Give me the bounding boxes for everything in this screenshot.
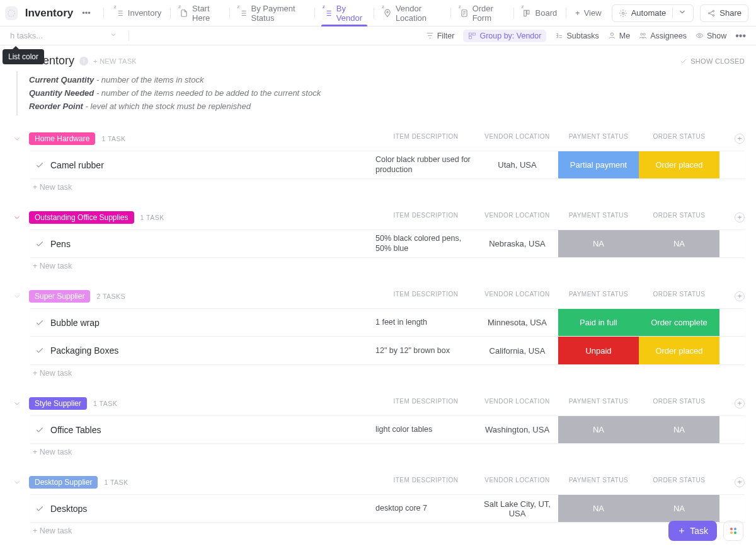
subtasks-label: Subtasks: [566, 32, 598, 40]
filter-button[interactable]: Filter: [426, 32, 455, 40]
vendor-chip[interactable]: Style Supplier: [29, 397, 87, 410]
cell-description: light color tables: [375, 416, 476, 443]
cell-payment-status[interactable]: Unpaid: [558, 337, 639, 364]
svg-point-15: [699, 35, 701, 37]
fab-new-task-button[interactable]: Task: [668, 521, 717, 541]
collapse-group-icon[interactable]: [11, 291, 23, 302]
tab-icon: [180, 9, 188, 18]
cell-order-status[interactable]: NA: [639, 416, 719, 443]
cell-description: 1 feet in length: [375, 309, 476, 336]
svg-point-13: [641, 33, 643, 35]
more-menu-icon[interactable]: •••: [79, 7, 93, 19]
svg-rect-9: [469, 33, 472, 35]
assignees-button[interactable]: Assignees: [639, 32, 687, 40]
task-row[interactable]: Bubble wrap 1 feet in length Minnesota, …: [30, 308, 745, 337]
tab-label: Order Form: [472, 4, 505, 23]
new-task-button[interactable]: + New task: [11, 365, 745, 378]
check-icon[interactable]: [30, 346, 49, 355]
task-row[interactable]: Packaging Boxes 12" by 12" brown box Cal…: [30, 337, 745, 365]
col-header-description: ITEM DESCRIPTION: [375, 291, 476, 298]
new-task-button[interactable]: + New task: [11, 179, 745, 192]
task-row[interactable]: Camel rubber Color black rubber used for…: [30, 151, 745, 179]
cell-order-status[interactable]: Order placed: [639, 151, 719, 178]
cell-location: Washington, USA: [476, 416, 558, 443]
new-task-inline-button[interactable]: + NEW TASK: [93, 57, 137, 65]
me-button[interactable]: Me: [608, 32, 630, 40]
tab-inventory[interactable]: zInventory: [108, 0, 169, 26]
tab-order-form[interactable]: zOrder Form: [452, 0, 512, 26]
show-closed-button[interactable]: SHOW CLOSED: [680, 57, 745, 65]
check-icon[interactable]: [30, 504, 49, 513]
cell-order-status[interactable]: Order placed: [639, 337, 719, 364]
cell-payment-status[interactable]: NA: [558, 495, 639, 522]
vendor-chip[interactable]: Desktop Supplier: [29, 476, 98, 489]
vendor-chip[interactable]: Outstanding Office Supplies: [29, 211, 134, 224]
show-button[interactable]: Show: [696, 32, 726, 40]
vendor-chip[interactable]: Home Hardware: [29, 132, 95, 145]
check-icon[interactable]: [30, 426, 49, 434]
check-icon[interactable]: [30, 161, 49, 170]
add-column-button[interactable]: +: [735, 134, 745, 144]
add-column-button[interactable]: +: [735, 291, 745, 301]
space-icon[interactable]: [5, 6, 18, 20]
fab-apps-button[interactable]: [723, 521, 743, 541]
filter-label: Filter: [437, 32, 455, 40]
task-row[interactable]: Desktops desktop core 7 Salt Lake City, …: [30, 494, 745, 523]
check-icon[interactable]: [30, 240, 49, 248]
cell-payment-status[interactable]: Paid in full: [558, 309, 639, 336]
subtasks-button[interactable]: Subtasks: [555, 32, 598, 40]
task-row[interactable]: Office Tables light color tables Washing…: [30, 415, 745, 444]
tab-by-payment-status[interactable]: zBy Payment Status: [231, 0, 313, 26]
tab-icon: [460, 9, 469, 18]
col-header-description: ITEM DESCRIPTION: [375, 133, 476, 140]
collapse-group-icon[interactable]: [11, 133, 23, 144]
automate-label: Automate: [631, 8, 667, 18]
tab-by-vendor[interactable]: zBy Vendor: [316, 0, 372, 26]
tab-icon: [324, 9, 333, 18]
desc-text: - level at which the stock must be reple…: [83, 102, 251, 111]
tab-board[interactable]: zBoard: [515, 0, 565, 26]
tab-vendor-location[interactable]: zVendor Location: [375, 0, 449, 26]
task-count: 2 TASKS: [96, 293, 125, 300]
list-color-tooltip: List color: [3, 49, 44, 64]
tab-icon: [239, 9, 248, 18]
cell-payment-status[interactable]: NA: [558, 230, 639, 257]
info-icon[interactable]: i: [79, 57, 88, 66]
cell-order-status[interactable]: NA: [639, 495, 719, 522]
vendor-chip[interactable]: Super Supplier: [29, 290, 90, 303]
check-icon[interactable]: [30, 318, 49, 327]
col-header-payment: PAYMENT STATUS: [558, 212, 639, 219]
collapse-group-icon[interactable]: [11, 212, 23, 223]
cell-order-status[interactable]: Order complete: [639, 309, 719, 336]
col-header-location: VENDOR LOCATION: [476, 212, 558, 219]
collapse-group-icon[interactable]: [11, 398, 23, 409]
cell-payment-status[interactable]: Partial payment: [558, 151, 639, 178]
share-button[interactable]: Share: [700, 4, 748, 22]
add-column-button[interactable]: +: [735, 398, 745, 409]
task-name: Desktops: [49, 504, 87, 514]
automate-button[interactable]: Automate: [612, 4, 694, 22]
col-header-order: ORDER STATUS: [639, 398, 719, 405]
add-view-button[interactable]: +View: [568, 0, 609, 26]
collapse-group-icon[interactable]: [11, 477, 23, 488]
add-column-button[interactable]: +: [735, 477, 745, 487]
tab-label: Board: [536, 8, 558, 18]
cell-order-status[interactable]: NA: [639, 230, 719, 257]
svg-rect-3: [524, 10, 526, 16]
new-task-button[interactable]: + New task: [11, 258, 745, 270]
view-tabs: zInventoryzStart HerezBy Payment Statusz…: [108, 0, 609, 26]
tab-start-here[interactable]: zStart Here: [172, 0, 228, 26]
share-label: Share: [719, 8, 742, 18]
cell-payment-status[interactable]: NA: [558, 416, 639, 443]
svg-point-0: [8, 9, 15, 16]
new-task-button[interactable]: + New task: [11, 523, 745, 535]
search-input[interactable]: h tasks...: [10, 31, 117, 40]
new-task-button[interactable]: + New task: [11, 444, 745, 456]
svg-rect-11: [469, 37, 472, 39]
search-placeholder: h tasks...: [10, 31, 43, 40]
more-icon[interactable]: •••: [735, 30, 746, 42]
group-by-button[interactable]: Group by: Vendor: [463, 30, 546, 42]
add-column-button[interactable]: +: [735, 212, 745, 223]
group-by-label: Group by: Vendor: [479, 32, 541, 40]
task-row[interactable]: Pens 50% black colored pens, 50% blue Ne…: [30, 229, 745, 258]
